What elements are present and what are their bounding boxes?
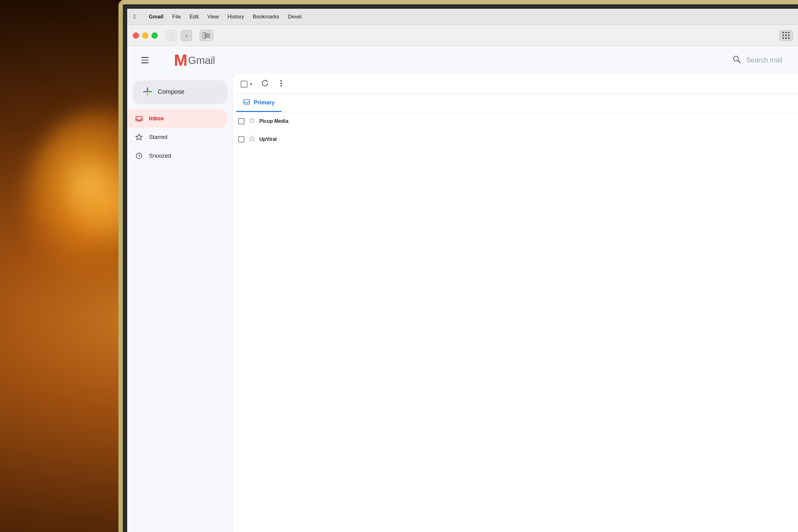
email-list-toolbar: ▾ — [233, 74, 798, 94]
gmail-sidebar: Compose Inbox — [127, 74, 233, 532]
close-button[interactable] — [133, 33, 139, 39]
gmail-m-icon: M — [156, 54, 173, 66]
tab-primary-icon — [243, 98, 250, 107]
nav-item-inbox[interactable]: Inbox — [127, 109, 228, 128]
gmail-content: M M Gmail Search mail — [127, 46, 798, 532]
screen:  Gmail File Edit View History Bookmarks… — [127, 9, 798, 532]
menu-history[interactable]: History — [223, 13, 248, 21]
menu-edit[interactable]: Edit — [185, 13, 203, 21]
nav-item-snoozed[interactable]: Snoozed — [127, 147, 228, 165]
menu-develop[interactable]: Devel — [284, 13, 306, 21]
star-button[interactable] — [249, 117, 255, 125]
search-bar[interactable]: Search mail — [732, 55, 782, 66]
menu-bookmarks[interactable]: Bookmarks — [248, 13, 284, 21]
laptop-frame:  Gmail File Edit View History Bookmarks… — [118, 0, 798, 532]
apple-menu[interactable]:  — [133, 13, 136, 20]
search-area: Search mail — [215, 55, 788, 66]
svg-point-13 — [281, 80, 282, 81]
gmail-logo-m: M — [174, 52, 187, 68]
snoozed-icon — [135, 151, 144, 160]
inbox-label: Inbox — [149, 115, 164, 122]
compose-button[interactable]: Compose — [133, 80, 227, 103]
svg-rect-4 — [157, 55, 172, 65]
star-button[interactable] — [249, 135, 255, 143]
more-options-button[interactable] — [278, 77, 285, 91]
hamburger-line — [141, 57, 149, 58]
menu-bar:  Gmail File Edit View History Bookmarks… — [127, 9, 798, 25]
refresh-button[interactable] — [259, 77, 271, 92]
menu-safari[interactable]: Gmail — [144, 13, 168, 21]
gmail-header: M M Gmail Search mail — [127, 46, 798, 74]
gmail-logo: M M Gmail — [156, 52, 215, 68]
sidebar-toggle-button[interactable] — [200, 30, 213, 41]
tab-switcher-button[interactable] — [779, 30, 793, 41]
select-dropdown-arrow[interactable]: ▾ — [250, 82, 252, 87]
email-tabs: Primary — [233, 94, 798, 112]
grid-dots-icon — [782, 32, 790, 39]
forward-button[interactable]: › — [181, 30, 192, 41]
inbox-icon — [135, 114, 144, 123]
email-row[interactable]: UpViral — [233, 130, 798, 148]
hamburger-line — [141, 62, 149, 63]
email-checkbox[interactable] — [238, 118, 244, 125]
svg-marker-9 — [136, 134, 142, 140]
gmail-logo-text: Gmail — [188, 54, 215, 66]
select-all-checkbox[interactable] — [241, 81, 247, 88]
svg-marker-18 — [249, 136, 255, 141]
svg-point-15 — [281, 85, 282, 86]
nav-item-starred[interactable]: Starred — [127, 128, 228, 147]
forward-icon: › — [186, 32, 188, 39]
svg-point-14 — [281, 82, 282, 84]
menu-view[interactable]: View — [203, 13, 223, 21]
back-button[interactable]: ‹ — [166, 30, 177, 41]
search-placeholder: Search mail — [746, 56, 782, 64]
tab-primary-label: Primary — [254, 99, 274, 106]
sidebar-toggle-icon — [203, 33, 210, 39]
star-icon — [135, 133, 144, 141]
compose-label: Compose — [158, 88, 185, 95]
tab-primary[interactable]: Primary — [236, 94, 282, 112]
svg-marker-17 — [249, 118, 255, 123]
email-row[interactable]: Picup Media — [233, 112, 798, 130]
hamburger-line — [141, 60, 149, 61]
email-checkbox[interactable] — [238, 136, 244, 142]
fullscreen-button[interactable] — [152, 33, 158, 39]
gmail-body: Compose Inbox — [127, 74, 798, 532]
sender-name: UpViral — [259, 136, 322, 142]
hamburger-menu-button[interactable] — [136, 52, 153, 69]
safari-toolbar: ‹ › — [127, 25, 798, 46]
svg-line-7 — [738, 60, 740, 63]
svg-line-12 — [139, 156, 140, 156]
select-all-area[interactable]: ▾ — [241, 81, 252, 88]
email-list-area: ▾ — [233, 74, 798, 532]
search-icon — [732, 55, 741, 66]
menu-file[interactable]: File — [168, 13, 185, 21]
sender-name: Picup Media — [259, 118, 322, 124]
traffic-lights — [133, 33, 158, 39]
svg-rect-0 — [203, 33, 205, 39]
starred-label: Starred — [149, 134, 167, 140]
minimize-button[interactable] — [142, 33, 148, 39]
back-icon: ‹ — [171, 32, 173, 39]
snoozed-label: Snoozed — [149, 153, 171, 159]
compose-plus-icon — [143, 87, 152, 96]
